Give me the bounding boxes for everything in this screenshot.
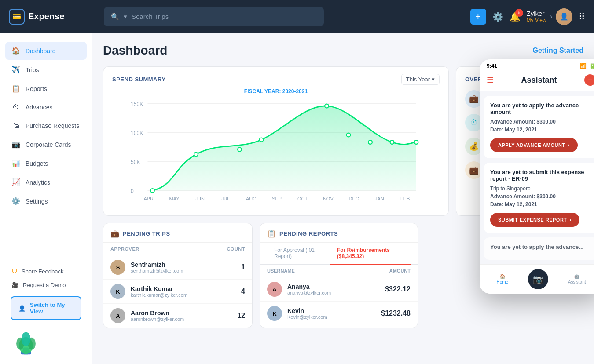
period-chevron: ▾ bbox=[432, 76, 435, 83]
sidebar-item-advances[interactable]: ⏱ Advances bbox=[5, 98, 87, 116]
sidebar-item-analytics-label: Analytics bbox=[26, 179, 50, 186]
notification-badge: 6 bbox=[515, 9, 523, 17]
mobile-trip: Trip to Singapore bbox=[490, 186, 592, 192]
sidebar-item-advances-label: Advances bbox=[26, 104, 52, 111]
sidebar-item-purchase-requests-label: Purchase Requests bbox=[26, 122, 79, 129]
footer-assistant[interactable]: 🤖 Assistant bbox=[568, 274, 586, 284]
apply-advance-button[interactable]: APPLY ADVANCE AMOUNT › bbox=[490, 138, 578, 152]
sidebar-item-reports[interactable]: 📋 Reports bbox=[5, 80, 87, 98]
spend-summary-card: SPEND SUMMARY This Year ▾ FISCAL YEAR: 2… bbox=[103, 66, 449, 216]
add-button[interactable]: + bbox=[470, 9, 486, 25]
ananya-avatar: A bbox=[267, 282, 282, 297]
mobile-footer: 🏠 Home 📷 🤖 Assistant bbox=[480, 264, 594, 294]
kevin-name: Kevin bbox=[287, 307, 381, 314]
aaron-email: aaronbrown@zylker.com bbox=[131, 317, 237, 322]
sidebar-item-dashboard-label: Dashboard bbox=[26, 47, 56, 55]
kevin-amount: $1232.48 bbox=[381, 309, 411, 317]
plant-icon bbox=[11, 324, 41, 355]
sidebar-item-trips[interactable]: ✈️ Trips bbox=[5, 61, 87, 79]
request-demo-icon: 🎥 bbox=[11, 282, 18, 288]
period-label: This Year bbox=[406, 76, 430, 83]
notification-icon[interactable]: 🔔 6 bbox=[510, 11, 521, 22]
pending-reports-icon: 📋 bbox=[267, 229, 276, 238]
status-icons: 📶 🔋 bbox=[580, 63, 594, 69]
dashboard-icon: 🏠 bbox=[11, 47, 20, 55]
page-title: Dashboard bbox=[103, 44, 167, 58]
search-dropdown-icon[interactable]: ▾ bbox=[124, 13, 127, 21]
request-demo-link[interactable]: 🎥 Request a Demo bbox=[5, 278, 87, 292]
date-label: Date: bbox=[490, 127, 503, 133]
karthik-info: Karthik Kumar karthik.kumar@zylker.com bbox=[131, 285, 241, 298]
kevin-avatar: K bbox=[267, 306, 282, 321]
switch-view-label: Switch to My View bbox=[30, 302, 73, 315]
chevron-icon: › bbox=[550, 13, 552, 21]
senthamizh-email: senthamizh@zylker.com bbox=[131, 268, 241, 273]
mobile-add-icon[interactable]: + bbox=[584, 74, 594, 86]
camera-button[interactable]: 📷 bbox=[528, 269, 548, 289]
report-row: K Kevin Kevin@zylker.com $1232.48 bbox=[260, 301, 418, 325]
mobile-date2: Date: May 12, 2021 bbox=[490, 201, 592, 207]
kevin-info: Kevin Kevin@zylker.com bbox=[287, 307, 381, 320]
mobile-card1-title: You are yet to apply the advance amount bbox=[490, 102, 592, 115]
mobile-title: Assistant bbox=[521, 76, 557, 85]
sidebar-item-purchase-requests[interactable]: 🛍 Purchase Requests bbox=[5, 117, 87, 135]
mobile-overlay: 9:41 📶 🔋 ☰ Assistant + You are yet to ap… bbox=[480, 59, 594, 294]
grid-icon[interactable]: ⠿ bbox=[579, 11, 585, 22]
tab-for-approval[interactable]: For Approval ( 01 Report) bbox=[267, 243, 330, 265]
avatar: 👤 bbox=[556, 8, 572, 25]
svg-text:JUL: JUL bbox=[221, 196, 230, 201]
sidebar-item-reports-label: Reports bbox=[26, 85, 47, 92]
svg-text:JAN: JAN bbox=[375, 196, 384, 201]
search-bar[interactable]: 🔍 ▾ Search Trips bbox=[104, 7, 324, 26]
svg-text:50K: 50K bbox=[131, 159, 140, 165]
ananya-name: Ananya bbox=[287, 283, 385, 290]
sidebar-item-settings[interactable]: ⚙️ Settings bbox=[5, 192, 87, 210]
ananya-amount: $322.12 bbox=[385, 285, 411, 293]
settings-nav-icon: ⚙️ bbox=[11, 197, 20, 205]
svg-point-21 bbox=[390, 140, 394, 144]
ananya-email: ananya@zylker.com bbox=[287, 290, 385, 295]
camera-icon: 📷 bbox=[533, 274, 544, 284]
count-header: COUNT bbox=[227, 246, 245, 251]
sidebar-item-corporate-cards-label: Corporate Cards bbox=[26, 141, 71, 148]
user-area[interactable]: Zylker My View › 👤 bbox=[527, 8, 572, 25]
submit-expense-button[interactable]: SUBMIT EXPENSE REPORT › bbox=[490, 213, 579, 227]
report-row: A Ananya ananya@zylker.com $322.12 bbox=[260, 277, 418, 301]
switch-view-icon: 👤 bbox=[18, 305, 26, 312]
sidebar-item-dashboard[interactable]: 🏠 Dashboard bbox=[5, 42, 87, 60]
mobile-menu-icon[interactable]: ☰ bbox=[487, 75, 494, 85]
mobile-content: You are yet to apply the advance amount … bbox=[480, 91, 594, 264]
advances-icon: ⏱ bbox=[11, 103, 20, 111]
share-feedback-label: Share Feedback bbox=[22, 268, 63, 275]
user-name: Zylker bbox=[527, 10, 546, 17]
chart-subtitle: FISCAL YEAR: 2020-2021 bbox=[103, 88, 448, 95]
pending-trips-header: 💼 PENDING TRIPS bbox=[103, 223, 252, 243]
sidebar-item-corporate-cards[interactable]: 📷 Corporate Cards bbox=[5, 135, 87, 153]
logo-icon: 💳 bbox=[9, 9, 25, 25]
logo-area: 💳 Expense bbox=[9, 9, 97, 25]
chart-area: 150K 100K 50K 0 bbox=[103, 96, 448, 216]
tab-for-reimbursements[interactable]: For Reimbursements ($8,345.32) bbox=[330, 243, 411, 265]
switch-view-button[interactable]: 👤 Switch to My View bbox=[11, 296, 81, 320]
settings-icon[interactable]: ⚙️ bbox=[492, 11, 503, 22]
topbar: 💳 Expense 🔍 ▾ Search Trips + ⚙️ 🔔 6 Zylk… bbox=[0, 0, 594, 33]
svg-text:OCT: OCT bbox=[297, 196, 308, 201]
share-feedback-link[interactable]: 🗨 Share Feedback bbox=[5, 265, 87, 278]
pending-reports-card: 📋 PENDING REPORTS For Approval ( 01 Repo… bbox=[260, 223, 418, 328]
corporate-cards-icon: 📷 bbox=[11, 140, 20, 149]
getting-started-link[interactable]: Getting Started bbox=[532, 47, 583, 55]
table-row: S Senthamizh senthamizh@zylker.com 1 bbox=[103, 255, 252, 279]
mobile-card3-title: You are yet to apply the advance... bbox=[490, 244, 592, 250]
footer-home[interactable]: 🏠 Home bbox=[496, 274, 508, 284]
spend-summary-header: SPEND SUMMARY This Year ▾ bbox=[103, 67, 448, 85]
spend-summary-period[interactable]: This Year ▾ bbox=[401, 74, 440, 85]
pending-trips-title: PENDING TRIPS bbox=[123, 230, 170, 237]
table-row: K Karthik Kumar karthik.kumar@zylker.com… bbox=[103, 279, 252, 303]
svg-text:JUN: JUN bbox=[195, 196, 205, 201]
sidebar-item-budgets[interactable]: 📊 Budgets bbox=[5, 154, 87, 172]
sidebar-item-analytics[interactable]: 📈 Analytics bbox=[5, 173, 87, 191]
svg-text:DEC: DEC bbox=[348, 196, 359, 201]
reports-tabs: For Approval ( 01 Report) For Reimbursem… bbox=[260, 243, 418, 265]
reports-icon: 📋 bbox=[11, 84, 20, 93]
approver-header: APPROVER bbox=[110, 246, 139, 251]
